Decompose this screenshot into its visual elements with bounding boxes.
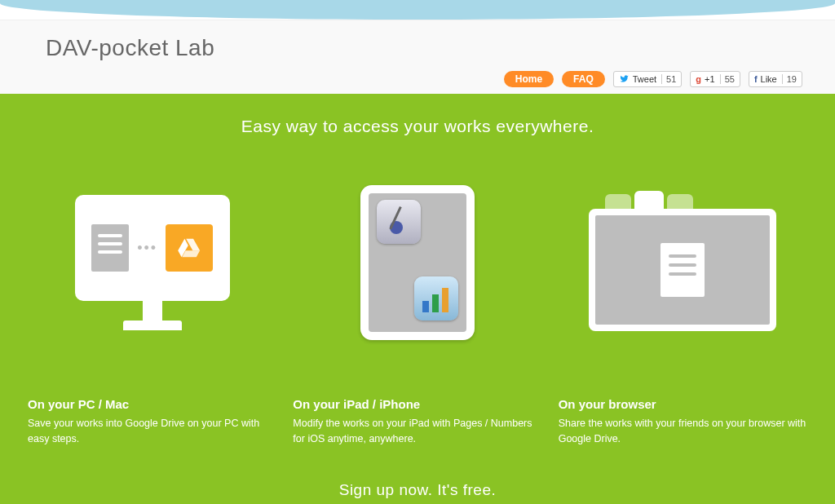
pages-app-icon xyxy=(377,200,421,244)
feature-columns: ••• On your PC / Mac Save your works int… xyxy=(28,177,807,447)
svg-rect-4 xyxy=(442,288,448,312)
browser-illustration xyxy=(559,177,807,348)
wave-decoration xyxy=(0,0,835,20)
column-ipad-iphone: On your iPad / iPhone Modify the works o… xyxy=(293,177,541,447)
tweet-button[interactable]: Tweet 51 xyxy=(613,71,683,87)
document-icon xyxy=(91,224,129,272)
tweet-label: Tweet xyxy=(633,74,656,84)
browser-tab-icon xyxy=(605,194,631,209)
gplus-icon: g xyxy=(696,74,701,84)
column-desc: Share the works with your friends on you… xyxy=(559,416,807,447)
faq-button[interactable]: FAQ xyxy=(562,71,605,87)
hero-title: Easy way to access your works everywhere… xyxy=(28,117,807,136)
column-title: On your browser xyxy=(559,397,807,411)
gplus-label: +1 xyxy=(705,74,715,84)
gplus-count: 55 xyxy=(720,74,735,84)
tweet-count: 51 xyxy=(661,74,676,84)
column-pc-mac: ••• On your PC / Mac Save your works int… xyxy=(28,177,276,447)
browser-tab-icon xyxy=(667,194,693,209)
pc-mac-illustration: ••• xyxy=(28,177,276,348)
ipad-illustration xyxy=(293,177,541,348)
google-drive-icon xyxy=(166,224,213,272)
header: DAV-pocket Lab Home FAQ Tweet 51 g +1 55… xyxy=(0,20,835,94)
fblike-label: Like xyxy=(761,74,777,84)
twitter-icon xyxy=(619,74,630,85)
fblike-button[interactable]: f Like 19 xyxy=(749,71,802,87)
document-icon xyxy=(660,243,705,297)
home-button[interactable]: Home xyxy=(504,71,554,87)
column-title: On your PC / Mac xyxy=(28,397,276,411)
svg-rect-3 xyxy=(432,294,439,312)
column-desc: Modify the works on your iPad with Pages… xyxy=(293,416,541,447)
column-title: On your iPad / iPhone xyxy=(293,397,541,411)
signup-cta[interactable]: Sign up now. It's free. xyxy=(28,481,807,499)
transfer-dots-icon: ••• xyxy=(137,240,157,257)
fblike-count: 19 xyxy=(782,74,797,84)
column-desc: Save your works into Google Drive on you… xyxy=(28,416,276,447)
numbers-app-icon xyxy=(414,276,458,321)
hero-section: Easy way to access your works everywhere… xyxy=(0,94,835,504)
facebook-icon: f xyxy=(754,74,758,84)
browser-tab-active-icon xyxy=(634,191,664,209)
site-title: DAV-pocket Lab xyxy=(0,35,835,61)
svg-rect-2 xyxy=(422,301,429,312)
gplus-button[interactable]: g +1 55 xyxy=(690,71,740,87)
column-browser: On your browser Share the works with you… xyxy=(559,177,807,447)
nav-bar: Home FAQ Tweet 51 g +1 55 f Like 19 xyxy=(0,61,835,94)
